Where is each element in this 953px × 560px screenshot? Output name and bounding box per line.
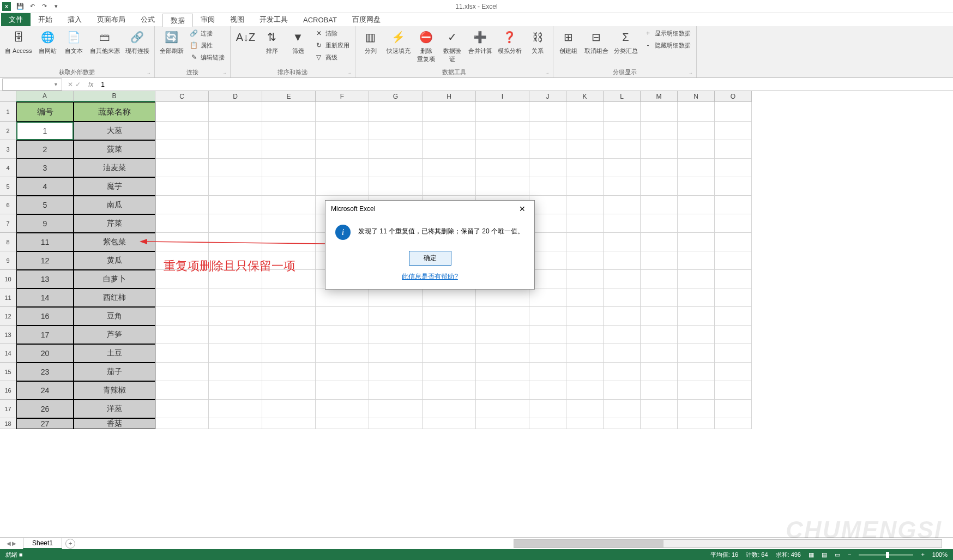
cell-O1[interactable]	[715, 102, 752, 122]
ribbon-tab-开始[interactable]: 开始	[31, 13, 60, 26]
cell-G18[interactable]	[369, 418, 423, 429]
cell-B6[interactable]: 南瓜	[74, 196, 155, 214]
cell-D15[interactable]	[209, 363, 262, 381]
cell-A14[interactable]: 20	[16, 344, 74, 363]
cell-E16[interactable]	[262, 381, 316, 400]
col-header-F[interactable]: F	[316, 91, 369, 102]
cell-E8[interactable]	[262, 233, 316, 251]
cell-K4[interactable]	[566, 159, 604, 177]
cell-M4[interactable]	[641, 159, 678, 177]
ribbon-tab-审阅[interactable]: 审阅	[193, 13, 222, 26]
cell-O8[interactable]	[715, 233, 752, 251]
ribbon-tab-数据[interactable]: 数据	[162, 14, 193, 27]
cell-G11[interactable]	[369, 288, 423, 307]
cell-M1[interactable]	[641, 102, 678, 122]
cell-C6[interactable]	[155, 196, 209, 214]
cell-G3[interactable]	[369, 140, 423, 159]
cell-E17[interactable]	[262, 400, 316, 418]
row-header-17[interactable]: 17	[0, 400, 16, 418]
cell-N18[interactable]	[678, 418, 715, 429]
cell-M17[interactable]	[641, 400, 678, 418]
cell-E12[interactable]	[262, 307, 316, 326]
ribbon-tab-ACROBAT[interactable]: ACROBAT	[295, 13, 345, 26]
ribbon-btn-自 Access[interactable]: 🗄自 Access	[3, 27, 34, 65]
cell-M2[interactable]	[641, 122, 678, 140]
row-header-13[interactable]: 13	[0, 326, 16, 344]
zoom-out-button[interactable]: −	[848, 551, 851, 558]
cell-G4[interactable]	[369, 159, 423, 177]
cell-G1[interactable]	[369, 102, 423, 122]
cell-I5[interactable]	[476, 177, 529, 196]
cell-L8[interactable]	[604, 233, 641, 251]
cell-A9[interactable]: 12	[16, 251, 74, 270]
row-header-2[interactable]: 2	[0, 122, 16, 140]
cell-A16[interactable]: 24	[16, 381, 74, 400]
cell-C12[interactable]	[155, 307, 209, 326]
cell-K18[interactable]	[566, 418, 604, 429]
cell-M15[interactable]	[641, 363, 678, 381]
cell-B2[interactable]: 大葱	[74, 122, 155, 140]
cell-N1[interactable]	[678, 102, 715, 122]
row-header-12[interactable]: 12	[0, 307, 16, 326]
cell-K12[interactable]	[566, 307, 604, 326]
cell-D18[interactable]	[209, 418, 262, 429]
cell-O16[interactable]	[715, 381, 752, 400]
cell-I4[interactable]	[476, 159, 529, 177]
cell-J7[interactable]	[529, 214, 566, 233]
cell-F15[interactable]	[316, 363, 369, 381]
cell-B18[interactable]: 香菇	[74, 418, 155, 429]
cell-J18[interactable]	[529, 418, 566, 429]
cell-N3[interactable]	[678, 140, 715, 159]
redo-icon[interactable]: ↷	[39, 2, 49, 11]
cell-N15[interactable]	[678, 363, 715, 381]
cell-B5[interactable]: 魔芋	[74, 177, 155, 196]
cell-K10[interactable]	[566, 270, 604, 288]
cell-G13[interactable]	[369, 326, 423, 344]
cell-J17[interactable]	[529, 400, 566, 418]
ribbon-tab-视图[interactable]: 视图	[222, 13, 252, 26]
row-header-6[interactable]: 6	[0, 196, 16, 214]
cell-D10[interactable]	[209, 270, 262, 288]
cell-K13[interactable]	[566, 326, 604, 344]
cell-M13[interactable]	[641, 326, 678, 344]
cell-F16[interactable]	[316, 381, 369, 400]
col-header-L[interactable]: L	[604, 91, 641, 102]
cell-I11[interactable]	[476, 288, 529, 307]
cell-E18[interactable]	[262, 418, 316, 429]
zoom-in-button[interactable]: +	[921, 551, 924, 558]
cell-A8[interactable]: 11	[16, 233, 74, 251]
row-header-16[interactable]: 16	[0, 381, 16, 400]
cell-O10[interactable]	[715, 270, 752, 288]
row-header-9[interactable]: 9	[0, 251, 16, 270]
cell-F17[interactable]	[316, 400, 369, 418]
cell-E2[interactable]	[262, 122, 316, 140]
col-header-N[interactable]: N	[678, 91, 715, 102]
cell-A11[interactable]: 14	[16, 288, 74, 307]
cell-H2[interactable]	[423, 122, 476, 140]
ribbon-btn-关系[interactable]: ⛓关系	[526, 27, 550, 65]
cell-K3[interactable]	[566, 140, 604, 159]
cell-M18[interactable]	[641, 418, 678, 429]
cell-D7[interactable]	[209, 214, 262, 233]
cell-O14[interactable]	[715, 344, 752, 363]
ok-button[interactable]: 确定	[409, 251, 451, 266]
cell-B17[interactable]: 洋葱	[74, 400, 155, 418]
cell-C2[interactable]	[155, 122, 209, 140]
cell-H3[interactable]	[423, 140, 476, 159]
cell-J13[interactable]	[529, 326, 566, 344]
cell-N17[interactable]	[678, 400, 715, 418]
cell-N14[interactable]	[678, 344, 715, 363]
cell-J5[interactable]	[529, 177, 566, 196]
cell-L1[interactable]	[604, 102, 641, 122]
cell-F14[interactable]	[316, 344, 369, 363]
cell-A18[interactable]: 27	[16, 418, 74, 429]
cell-J11[interactable]	[529, 288, 566, 307]
cell-J1[interactable]	[529, 102, 566, 122]
cell-C14[interactable]	[155, 344, 209, 363]
ribbon-btn-显示明细数据[interactable]: +显示明细数据	[642, 27, 693, 39]
row-header-11[interactable]: 11	[0, 288, 16, 307]
cell-J16[interactable]	[529, 381, 566, 400]
cell-O7[interactable]	[715, 214, 752, 233]
cell-K6[interactable]	[566, 196, 604, 214]
cell-L17[interactable]	[604, 400, 641, 418]
